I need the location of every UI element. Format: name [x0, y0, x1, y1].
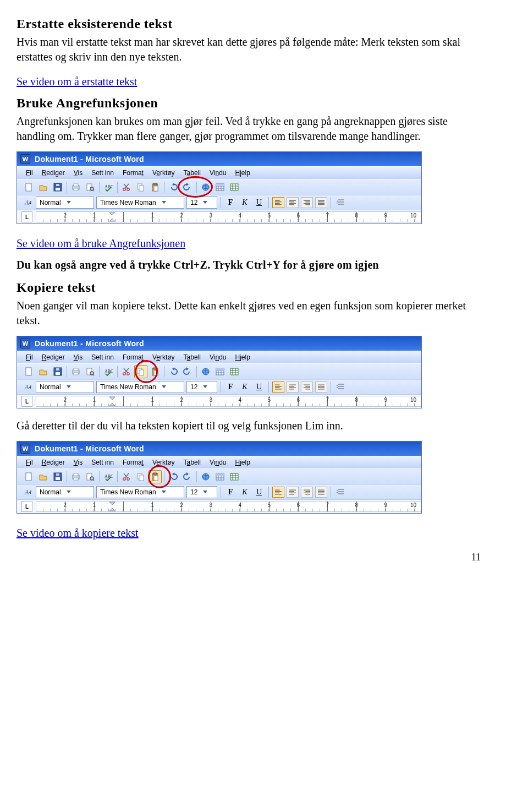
excel-icon[interactable]	[228, 470, 241, 483]
style-dropdown[interactable]: Normal	[36, 197, 94, 209]
redo-icon[interactable]	[181, 470, 194, 483]
underline-button[interactable]: U	[253, 382, 265, 393]
size-dropdown[interactable]: 12	[186, 381, 217, 393]
save-icon[interactable]	[51, 365, 64, 378]
spell-icon[interactable]: ABC	[102, 470, 115, 483]
menu-vis[interactable]: Vis	[74, 169, 82, 177]
align-left-icon[interactable]	[272, 382, 284, 393]
preview-icon[interactable]	[84, 365, 97, 378]
hyperlink-icon[interactable]	[199, 470, 212, 483]
underline-button[interactable]: U	[253, 197, 265, 208]
align-center-icon[interactable]	[287, 382, 299, 393]
style-dropdown[interactable]: Normal	[36, 381, 94, 393]
table-icon[interactable]	[213, 181, 227, 194]
align-right-icon[interactable]	[301, 382, 313, 393]
font-dropdown[interactable]: Times New Roman	[96, 486, 184, 498]
size-dropdown[interactable]: 12	[186, 486, 217, 498]
menu-rediger[interactable]: Rediger	[42, 353, 65, 361]
indent-marker-icon[interactable]	[109, 396, 116, 407]
menu-format[interactable]: Format	[123, 353, 144, 361]
menu-hjelp[interactable]: Hjelp	[235, 169, 250, 177]
align-right-icon[interactable]	[301, 487, 313, 498]
bold-button[interactable]: F	[224, 197, 237, 208]
menu-vindu[interactable]: Vindu	[210, 353, 227, 361]
hyperlink-icon[interactable]	[199, 181, 212, 194]
menu-vindu[interactable]: Vindu	[210, 459, 227, 466]
style-dropdown[interactable]: Normal	[36, 486, 94, 498]
underline-button[interactable]: U	[253, 487, 265, 498]
align-center-icon[interactable]	[287, 197, 299, 208]
cut-icon[interactable]	[120, 181, 133, 194]
menu-settinn[interactable]: Sett inn	[91, 459, 114, 466]
copy-icon[interactable]	[134, 181, 147, 194]
indent-marker-icon[interactable]	[109, 502, 116, 512]
menu-fil[interactable]: Fil	[26, 459, 33, 466]
horizontal-ruler[interactable]	[36, 211, 421, 222]
menu-tabell[interactable]: Tabell	[184, 169, 201, 177]
tab-selector[interactable]: L	[21, 396, 32, 407]
undo-icon[interactable]	[167, 470, 180, 483]
hyperlink-icon[interactable]	[199, 365, 212, 378]
tab-selector[interactable]: L	[21, 501, 32, 512]
menu-format[interactable]: Format	[123, 169, 144, 177]
print-icon[interactable]	[69, 181, 82, 194]
paste-icon[interactable]	[148, 181, 162, 194]
link-video-kopi[interactable]: Se video om å kopiere tekst	[16, 527, 139, 539]
redo-icon[interactable]	[181, 181, 194, 194]
line-spacing-icon[interactable]	[334, 486, 348, 499]
align-right-icon[interactable]	[301, 197, 313, 208]
menu-vis[interactable]: Vis	[74, 353, 82, 361]
menu-verktoy[interactable]: Verktøy	[152, 353, 175, 361]
menu-hjelp[interactable]: Hjelp	[235, 459, 250, 466]
excel-icon[interactable]	[228, 181, 241, 194]
excel-icon[interactable]	[228, 365, 241, 378]
undo-icon[interactable]	[167, 365, 180, 378]
undo-icon[interactable]	[167, 181, 180, 194]
open-icon[interactable]	[37, 365, 50, 378]
font-dropdown[interactable]: Times New Roman	[96, 197, 184, 209]
align-justify-icon[interactable]	[315, 487, 327, 498]
align-left-icon[interactable]	[272, 487, 284, 498]
link-video-angre[interactable]: Se video om å bruke Angrefunksjonen	[16, 237, 185, 250]
print-icon[interactable]	[69, 470, 82, 483]
align-justify-icon[interactable]	[315, 382, 327, 393]
open-icon[interactable]	[37, 470, 50, 483]
menu-settinn[interactable]: Sett inn	[91, 353, 114, 361]
line-spacing-icon[interactable]	[334, 196, 348, 209]
preview-icon[interactable]	[84, 470, 97, 483]
copy-icon[interactable]	[134, 470, 147, 483]
menu-verktoy[interactable]: Verktøy	[152, 459, 175, 466]
paste-icon[interactable]	[148, 470, 162, 483]
spell-icon[interactable]: ABC	[102, 365, 115, 378]
paste-icon[interactable]	[148, 365, 162, 378]
save-icon[interactable]	[51, 470, 64, 483]
menu-fil[interactable]: Fil	[26, 353, 33, 361]
menu-hjelp[interactable]: Hjelp	[235, 353, 250, 361]
align-center-icon[interactable]	[287, 487, 299, 498]
italic-button[interactable]: K	[239, 197, 251, 208]
menu-vindu[interactable]: Vindu	[210, 169, 227, 177]
indent-marker-icon[interactable]	[109, 212, 116, 222]
new-doc-icon[interactable]	[23, 181, 36, 194]
menu-fil[interactable]: Fil	[26, 169, 33, 177]
preview-icon[interactable]	[84, 181, 97, 194]
menu-rediger[interactable]: Rediger	[42, 169, 65, 177]
italic-button[interactable]: K	[239, 382, 251, 393]
table-icon[interactable]	[213, 365, 227, 378]
print-icon[interactable]	[69, 365, 82, 378]
font-dropdown[interactable]: Times New Roman	[96, 381, 184, 393]
spell-icon[interactable]: ABC	[102, 181, 115, 194]
link-video-erstatte[interactable]: Se video om å erstatte tekst	[16, 75, 137, 88]
cut-icon[interactable]	[120, 470, 133, 483]
line-spacing-icon[interactable]	[334, 380, 348, 394]
tab-selector[interactable]: L	[21, 211, 32, 222]
menu-rediger[interactable]: Rediger	[42, 459, 65, 466]
menu-tabell[interactable]: Tabell	[184, 459, 201, 466]
menu-verktoy[interactable]: Verktøy	[152, 169, 175, 177]
bold-button[interactable]: F	[224, 487, 237, 498]
menu-settinn[interactable]: Sett inn	[91, 169, 114, 177]
menu-tabell[interactable]: Tabell	[184, 353, 201, 361]
horizontal-ruler[interactable]	[36, 501, 421, 512]
menu-format[interactable]: Format	[123, 459, 144, 466]
copy-icon[interactable]	[134, 365, 147, 378]
